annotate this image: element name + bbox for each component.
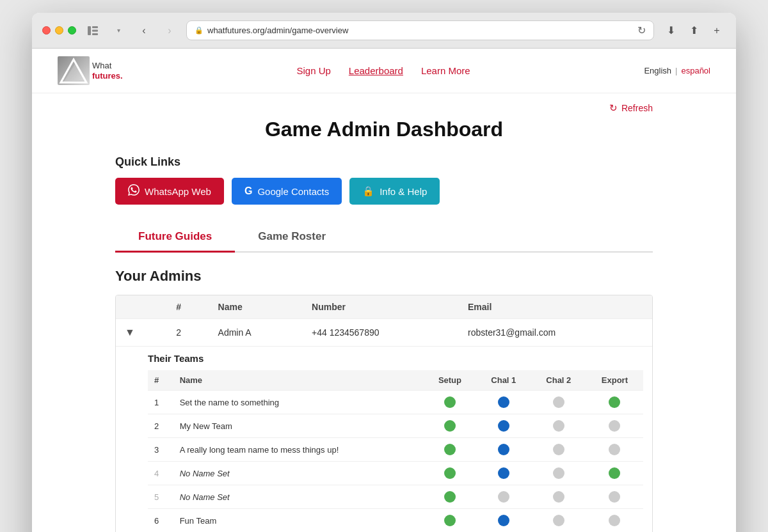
reload-icon[interactable]: ↻ (637, 24, 646, 36)
col-name: Name (209, 295, 303, 319)
team-col-setup: Setup (424, 370, 476, 391)
team-num: 1 (148, 391, 173, 414)
lock-icon: 🔒 (195, 26, 204, 35)
forward-button[interactable]: › (161, 23, 179, 38)
col-num: # (167, 295, 209, 319)
col-expand (116, 295, 167, 319)
lang-espanol[interactable]: español (681, 66, 710, 75)
browser-window: ▾ ‹ › 🔒 whatfutures.org/admin/game-overv… (32, 13, 736, 532)
team-num: 6 (148, 509, 173, 533)
team-name: My New Team (173, 414, 424, 438)
nav-logo: What futures. (58, 56, 123, 85)
whatsapp-label: WhatsApp Web (145, 186, 211, 197)
col-email: Email (459, 295, 652, 319)
team-setup (424, 485, 476, 509)
nav-signup[interactable]: Sign Up (296, 65, 330, 76)
teams-table-header-row: # Name Setup Chal 1 Chal 2 Export (148, 370, 643, 391)
team-chal1 (476, 462, 531, 485)
page-content: What futures. Sign Up Leaderboard Learn … (32, 49, 736, 532)
url-text: whatfutures.org/admin/game-overview (207, 26, 348, 35)
team-export (586, 414, 643, 438)
logo-what: What (92, 61, 123, 71)
svg-rect-2 (92, 29, 98, 31)
expand-icon[interactable]: ▼ (125, 327, 135, 338)
share-icon[interactable]: ⬆ (685, 23, 703, 38)
nav-links: Sign Up Leaderboard Learn More (296, 65, 470, 76)
maximize-button[interactable] (68, 26, 76, 35)
address-bar[interactable]: 🔒 whatfutures.org/admin/game-overview ↻ (186, 20, 654, 40)
info-icon: 🔒 (362, 185, 374, 197)
refresh-row: ↻ Refresh (115, 93, 653, 118)
info-help-button[interactable]: 🔒 Info & Help (349, 178, 440, 205)
list-item: 5 No Name Set (148, 485, 643, 509)
team-export (586, 509, 643, 533)
google-contacts-button[interactable]: G Google Contacts (232, 178, 342, 205)
team-chal2 (531, 462, 586, 485)
team-name: No Name Set (173, 462, 424, 485)
admin-table: # Name Number Email ▼ 2 Admin A +44 1234… (116, 295, 652, 532)
list-item: 3 A really long team name to mess things… (148, 438, 643, 462)
info-label: Info & Help (380, 186, 427, 197)
minimize-button[interactable] (55, 26, 63, 35)
team-name: Fun Team (173, 509, 424, 533)
google-icon: G (244, 185, 252, 197)
team-chal1 (476, 391, 531, 414)
team-chal1 (476, 509, 531, 533)
chevron-down-icon[interactable]: ▾ (109, 23, 127, 38)
team-col-name: Name (173, 370, 424, 391)
team-col-chal1: Chal 1 (476, 370, 531, 391)
logo-text: What futures. (92, 61, 123, 81)
list-item: 4 No Name Set (148, 462, 643, 485)
lang-selector: English | español (644, 66, 710, 75)
whatsapp-icon (128, 184, 140, 198)
team-num: 5 (148, 485, 173, 509)
logo-futures: futures. (92, 71, 123, 81)
whatsapp-button[interactable]: WhatsApp Web (115, 178, 224, 205)
team-chal2 (531, 391, 586, 414)
refresh-label: Refresh (621, 103, 653, 113)
list-item: 6 Fun Team (148, 509, 643, 533)
list-item: 2 My New Team (148, 414, 643, 438)
quick-links-row: WhatsApp Web G Google Contacts 🔒 Info & … (115, 178, 653, 205)
page-title: Game Admin Dashboard (115, 118, 653, 141)
teams-table: # Name Setup Chal 1 Chal 2 Export (148, 370, 643, 532)
admin-id: 2 (167, 319, 209, 347)
admin-table-wrapper: # Name Number Email ▼ 2 Admin A +44 1234… (115, 295, 653, 532)
team-export (586, 438, 643, 462)
team-num: 2 (148, 414, 173, 438)
close-button[interactable] (42, 26, 51, 35)
new-tab-icon[interactable]: + (708, 23, 726, 38)
team-chal1 (476, 485, 531, 509)
nav-leaderboard[interactable]: Leaderboard (349, 65, 403, 76)
team-setup (424, 509, 476, 533)
quick-links-section: Quick Links WhatsApp Web G Google Contac… (115, 155, 653, 205)
refresh-button[interactable]: ↻ Refresh (609, 102, 653, 114)
google-label: Google Contacts (257, 186, 329, 197)
teams-section: Their Teams # Name Setup Chal 1 (116, 347, 652, 532)
team-col-num: # (148, 370, 173, 391)
teams-heading: Their Teams (148, 347, 643, 370)
team-chal2 (531, 438, 586, 462)
nav-learn-more[interactable]: Learn More (421, 65, 470, 76)
logo-image (58, 56, 90, 85)
admin-number: +44 1234567890 (303, 319, 459, 347)
sidebar-toggle-button[interactable] (84, 23, 102, 38)
team-num: 4 (148, 462, 173, 485)
teams-row: Their Teams # Name Setup Chal 1 (116, 347, 652, 533)
team-setup (424, 462, 476, 485)
tab-game-roster[interactable]: Game Roster (235, 223, 349, 253)
lang-english[interactable]: English (644, 66, 671, 75)
quick-links-heading: Quick Links (115, 155, 653, 169)
traffic-lights (42, 26, 76, 35)
team-name: A really long team name to mess things u… (173, 438, 424, 462)
back-button[interactable]: ‹ (135, 23, 153, 38)
col-number: Number (303, 295, 459, 319)
download-icon[interactable]: ⬇ (662, 23, 680, 38)
browser-titlebar: ▾ ‹ › 🔒 whatfutures.org/admin/game-overv… (32, 13, 736, 49)
list-item: 1 Set the name to something (148, 391, 643, 414)
lang-separator: | (675, 66, 677, 75)
team-col-chal2: Chal 2 (531, 370, 586, 391)
team-chal2 (531, 485, 586, 509)
tab-future-guides[interactable]: Future Guides (115, 223, 235, 253)
svg-rect-0 (88, 26, 91, 35)
